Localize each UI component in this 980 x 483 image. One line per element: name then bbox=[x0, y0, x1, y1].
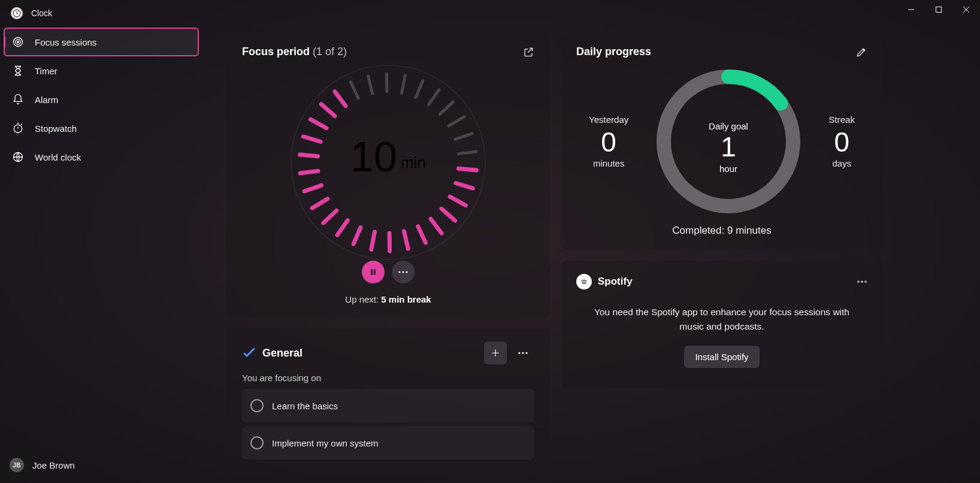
svg-line-16 bbox=[455, 132, 472, 141]
svg-line-33 bbox=[300, 148, 318, 163]
titlebar: Clock bbox=[0, 4, 202, 28]
focus-title-text: Focus period bbox=[242, 46, 310, 58]
svg-line-13 bbox=[425, 90, 443, 105]
svg-point-41 bbox=[398, 271, 400, 273]
svg-rect-40 bbox=[374, 269, 375, 274]
svg-point-44 bbox=[518, 352, 520, 354]
clock-app-icon bbox=[11, 7, 23, 19]
spotify-more-button[interactable] bbox=[857, 280, 867, 283]
install-spotify-button[interactable]: Install Spotify bbox=[684, 346, 759, 368]
up-next-prefix: Up next: bbox=[345, 294, 381, 304]
svg-text:10min: 10min bbox=[350, 134, 426, 180]
svg-line-31 bbox=[304, 184, 321, 193]
stat-label: Yesterday bbox=[589, 114, 628, 125]
spotify-card: Spotify You need the Spotify app to enha… bbox=[561, 261, 883, 388]
tasks-card: General You are focusing on Learn the ba… bbox=[226, 328, 550, 476]
svg-rect-39 bbox=[371, 269, 373, 274]
pause-button[interactable] bbox=[362, 261, 385, 283]
svg-line-19 bbox=[456, 177, 473, 194]
svg-line-12 bbox=[411, 81, 428, 98]
account-name: Joe Brown bbox=[32, 460, 75, 470]
account-button[interactable]: JB Joe Brown bbox=[0, 447, 202, 483]
svg-line-32 bbox=[300, 166, 318, 178]
stat-value: 0 bbox=[589, 126, 628, 158]
stopwatch-icon bbox=[12, 122, 24, 134]
focus-dial: 10min bbox=[286, 61, 490, 264]
nav-item-alarm[interactable]: Alarm bbox=[4, 85, 199, 114]
pop-out-icon[interactable] bbox=[522, 46, 534, 58]
maximize-button[interactable] bbox=[925, 0, 952, 19]
svg-line-17 bbox=[458, 147, 476, 159]
stat-value: 0 bbox=[829, 126, 855, 158]
add-task-button[interactable] bbox=[484, 342, 507, 364]
svg-line-10 bbox=[380, 74, 394, 92]
nav-item-world-clock[interactable]: World clock bbox=[4, 143, 199, 171]
avatar-initials: JB bbox=[13, 462, 21, 469]
svg-line-22 bbox=[431, 218, 441, 235]
task-radio[interactable] bbox=[250, 399, 264, 412]
stat-label: Streak bbox=[829, 114, 855, 125]
svg-line-29 bbox=[321, 210, 339, 222]
window-controls bbox=[897, 0, 980, 19]
nav-label: Stopwatch bbox=[35, 123, 77, 134]
target-icon bbox=[12, 36, 24, 48]
svg-line-11 bbox=[395, 76, 411, 93]
svg-line-20 bbox=[450, 192, 465, 210]
svg-line-35 bbox=[311, 115, 326, 132]
goal-value: 1 bbox=[721, 131, 737, 162]
svg-line-15 bbox=[448, 117, 465, 126]
close-button[interactable] bbox=[952, 0, 980, 19]
svg-line-14 bbox=[437, 102, 455, 114]
completed-text: Completed: 9 minutes bbox=[576, 225, 867, 237]
svg-point-43 bbox=[406, 271, 407, 273]
task-radio[interactable] bbox=[250, 436, 264, 449]
avatar: JB bbox=[10, 458, 24, 472]
nav-label: Focus sessions bbox=[35, 37, 96, 47]
up-next: Up next: 5 min break bbox=[345, 294, 431, 304]
nav-item-timer[interactable]: Timer bbox=[4, 56, 199, 85]
svg-line-21 bbox=[441, 206, 455, 224]
progress-title: Daily progress bbox=[576, 46, 651, 58]
goal-label: Daily goal bbox=[709, 121, 748, 131]
svg-line-26 bbox=[365, 232, 381, 249]
focus-unit: min bbox=[401, 153, 426, 171]
edit-icon[interactable] bbox=[855, 46, 867, 58]
nav-label: World clock bbox=[35, 152, 81, 162]
focus-more-button[interactable] bbox=[392, 261, 415, 283]
task-row[interactable]: Learn the basics bbox=[242, 389, 534, 422]
task-label: Learn the basics bbox=[272, 401, 338, 411]
tasks-more-button[interactable] bbox=[512, 342, 534, 364]
globe-icon bbox=[12, 151, 24, 163]
minimize-button[interactable] bbox=[897, 0, 925, 19]
nav-item-stopwatch[interactable]: Stopwatch bbox=[4, 114, 199, 143]
app-title: Clock bbox=[31, 8, 52, 18]
svg-line-24 bbox=[401, 231, 412, 249]
task-row[interactable]: Implement my own system bbox=[242, 426, 534, 460]
nav-item-focus-sessions[interactable]: Focus sessions bbox=[4, 28, 199, 56]
stat-unit: minutes bbox=[589, 158, 628, 168]
svg-point-4 bbox=[14, 125, 22, 132]
svg-point-45 bbox=[522, 352, 524, 354]
spotify-icon bbox=[576, 274, 592, 289]
tasks-list-name: General bbox=[262, 347, 303, 360]
hourglass-icon bbox=[12, 65, 24, 77]
stat-streak: Streak 0 days bbox=[829, 114, 855, 168]
svg-line-36 bbox=[321, 101, 335, 119]
stat-yesterday: Yesterday 0 minutes bbox=[589, 114, 628, 168]
tasks-subtitle: You are focusing on bbox=[242, 373, 534, 383]
svg-point-51 bbox=[861, 280, 863, 282]
task-label: Implement my own system bbox=[272, 438, 379, 448]
focus-value: 10 bbox=[350, 134, 397, 180]
svg-line-30 bbox=[311, 199, 328, 208]
up-next-value: 5 min break bbox=[381, 294, 431, 304]
svg-line-27 bbox=[349, 228, 366, 244]
svg-point-50 bbox=[857, 280, 859, 282]
focus-subtitle: (1 of 2) bbox=[313, 46, 347, 58]
spotify-message: You need the Spotify app to enhance your… bbox=[594, 305, 849, 334]
svg-line-8 bbox=[350, 82, 358, 98]
goal-ring: Daily goal 1 hour bbox=[654, 67, 803, 216]
svg-point-52 bbox=[864, 280, 866, 282]
focus-title: Focus period (1 of 2) bbox=[242, 46, 347, 58]
stat-unit: days bbox=[829, 158, 855, 168]
svg-rect-6 bbox=[936, 7, 942, 13]
